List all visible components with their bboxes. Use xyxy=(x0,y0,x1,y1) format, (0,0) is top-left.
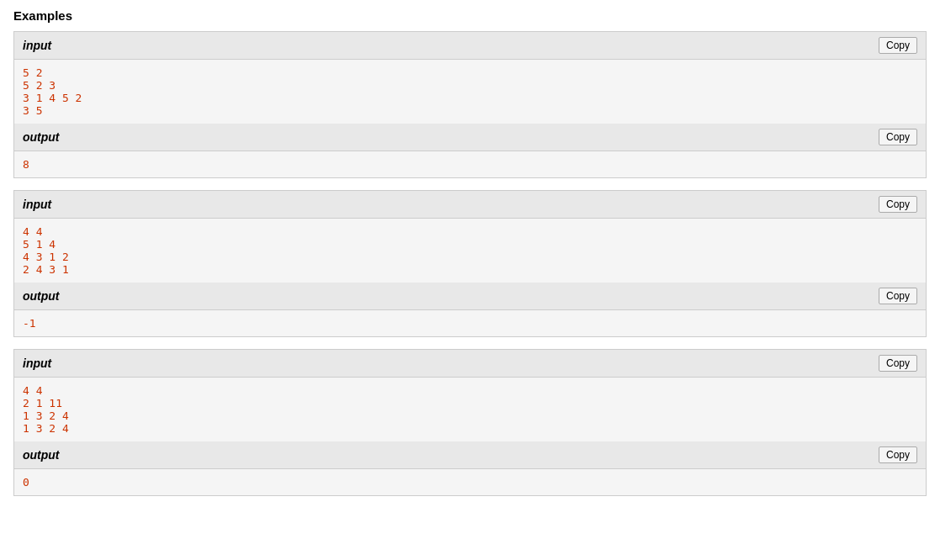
input-label-2: input xyxy=(23,198,51,211)
page-title: Examples xyxy=(13,8,927,23)
input-copy-button-1[interactable]: Copy xyxy=(879,37,917,54)
output-header-1: outputCopy xyxy=(14,124,926,151)
input-content-1: 5 2 5 2 3 3 1 4 5 2 3 5 xyxy=(14,60,926,124)
example-block-3: inputCopy4 4 2 1 11 1 3 2 4 1 3 2 4outpu… xyxy=(13,349,927,496)
output-copy-button-3[interactable]: Copy xyxy=(879,446,917,463)
output-content-1: 8 xyxy=(14,151,926,177)
output-copy-button-1[interactable]: Copy xyxy=(879,129,917,145)
example-block-2: inputCopy4 4 5 1 4 4 3 1 2 2 4 3 1output… xyxy=(13,190,927,337)
example-block-1: inputCopy5 2 5 2 3 3 1 4 5 2 3 5outputCo… xyxy=(13,31,927,178)
output-copy-button-2[interactable]: Copy xyxy=(879,288,917,304)
input-copy-button-3[interactable]: Copy xyxy=(879,355,917,372)
input-copy-button-2[interactable]: Copy xyxy=(879,196,917,213)
output-header-3: outputCopy xyxy=(14,441,926,469)
input-header-2: inputCopy xyxy=(14,191,926,219)
input-label-3: input xyxy=(23,357,51,370)
output-label-2: output xyxy=(23,289,60,303)
input-header-3: inputCopy xyxy=(14,350,926,378)
input-header-1: inputCopy xyxy=(14,32,926,60)
input-content-3: 4 4 2 1 11 1 3 2 4 1 3 2 4 xyxy=(14,378,926,441)
output-header-2: outputCopy xyxy=(14,283,926,310)
output-label-3: output xyxy=(23,448,60,462)
output-content-2: -1 xyxy=(14,310,926,336)
input-label-1: input xyxy=(23,39,51,52)
output-content-3: 0 xyxy=(14,469,926,495)
output-label-1: output xyxy=(23,130,60,144)
input-content-2: 4 4 5 1 4 4 3 1 2 2 4 3 1 xyxy=(14,219,926,283)
